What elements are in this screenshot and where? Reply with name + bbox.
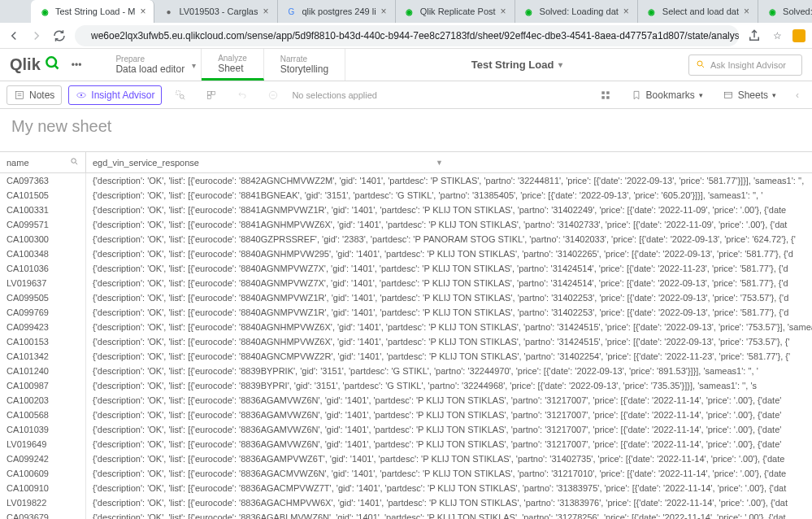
cell-response: {'description': 'OK', 'list': [{'eurocod…: [86, 495, 812, 510]
svg-line-2: [54, 65, 58, 68]
browser-address-bar: we6oe2lqx3ufwb5.eu.qlikcloud.com/sense/a…: [0, 23, 812, 49]
table-row[interactable]: CA093679{'description': 'OK', 'list': [{…: [0, 510, 812, 519]
insight-advisor-button[interactable]: Insight Advisor: [68, 85, 162, 105]
search-icon[interactable]: [70, 157, 79, 168]
table-row[interactable]: CA099423{'description': 'OK', 'list': [{…: [0, 320, 812, 334]
cell-response: {'description': 'OK', 'list': [{'eurocod…: [86, 232, 812, 246]
cell-response: {'description': 'OK', 'list': [{'eurocod…: [86, 261, 812, 276]
table-row[interactable]: CA101342{'description': 'OK', 'list': [{…: [0, 349, 812, 364]
close-icon[interactable]: ×: [140, 6, 145, 17]
bookmarks-button[interactable]: Bookmarks ▾: [624, 86, 710, 104]
svg-rect-10: [176, 90, 180, 94]
cell-response: {'description': 'OK', 'list': [{'eurocod…: [86, 510, 812, 519]
table-row[interactable]: CA099769{'description': 'OK', 'list': [{…: [0, 305, 812, 320]
table-row[interactable]: CA099505{'description': 'OK', 'list': [{…: [0, 290, 812, 305]
more-menu-icon[interactable]: •••: [68, 56, 85, 74]
column-header-response-label: egd_vin_service_response: [93, 158, 199, 168]
url-field[interactable]: we6oe2lqx3ufwb5.eu.qlikcloud.com/sense/a…: [75, 25, 739, 46]
sheets-button[interactable]: Sheets ▾: [716, 86, 783, 104]
table-header: name egd_vin_service_response ▼: [0, 152, 812, 173]
browser-tab[interactable]: ◉Qlik Replicate Post×: [396, 0, 515, 23]
forward-button[interactable]: [29, 28, 44, 43]
cell-name: LV019649: [0, 437, 86, 451]
table-row[interactable]: CA100987{'description': 'OK', 'list': [{…: [0, 378, 812, 393]
svg-point-24: [72, 159, 76, 164]
tab-prepare[interactable]: Prepare Data load editor ▾: [99, 49, 202, 81]
selections-tool-button[interactable]: [199, 86, 224, 104]
column-header-response[interactable]: egd_vin_service_response ▼: [86, 152, 812, 172]
table-row[interactable]: CA101505{'description': 'OK', 'list': [{…: [0, 188, 812, 203]
clear-selections-button[interactable]: [261, 86, 285, 104]
cell-name: CA099769: [0, 305, 86, 320]
table-row[interactable]: LV019637{'description': 'OK', 'list': [{…: [0, 276, 812, 290]
table-row[interactable]: LV019649{'description': 'OK', 'list': [{…: [0, 437, 812, 451]
bookmark-icon: [631, 89, 642, 101]
svg-rect-13: [208, 91, 211, 94]
extension-icon[interactable]: [792, 29, 805, 42]
table-row[interactable]: CA099242{'description': 'OK', 'list': [{…: [0, 451, 812, 466]
qlik-logo[interactable]: Qlik: [10, 55, 60, 76]
table-row[interactable]: CA099571{'description': 'OK', 'list': [{…: [0, 217, 812, 232]
favicon-qlik-icon: ◉: [646, 6, 658, 17]
star-icon[interactable]: ☆: [770, 28, 784, 43]
cell-response: {'description': 'OK', 'list': [{'eurocod…: [86, 305, 812, 320]
tab-analyze[interactable]: Analyze Sheet: [202, 49, 264, 81]
cell-response: {'description': 'OK', 'list': [{'eurocod…: [86, 276, 812, 290]
close-icon[interactable]: ×: [381, 6, 387, 17]
table-row[interactable]: CA097363{'description': 'OK', 'list': [{…: [0, 173, 812, 188]
share-icon[interactable]: [747, 28, 762, 43]
cell-name: CA099242: [0, 451, 86, 466]
table-row[interactable]: CA100331{'description': 'OK', 'list': [{…: [0, 203, 812, 217]
table-row[interactable]: CA101036{'description': 'OK', 'list': [{…: [0, 261, 812, 276]
close-icon[interactable]: ×: [263, 6, 268, 17]
cell-response: {'description': 'OK', 'list': [{'eurocod…: [86, 349, 812, 364]
back-button[interactable]: [7, 28, 21, 43]
table-row[interactable]: CA100609{'description': 'OK', 'list': [{…: [0, 466, 812, 481]
browser-tab[interactable]: ●LV019503 - Carglas×: [154, 0, 277, 23]
insight-label: Insight Advisor: [91, 89, 154, 101]
browser-tab[interactable]: ◉Solved: Loading dat×: [515, 0, 638, 23]
selection-search-icon: [175, 89, 186, 101]
svg-rect-18: [601, 91, 605, 94]
undo-icon: [237, 89, 248, 101]
favicon-google-icon: G: [286, 6, 297, 17]
table-row[interactable]: CA100203{'description': 'OK', 'list': [{…: [0, 393, 812, 408]
cell-name: LV019822: [0, 495, 86, 510]
app-title[interactable]: Test String Load ▾: [345, 59, 688, 71]
svg-rect-5: [15, 91, 23, 98]
table-row[interactable]: CA100568{'description': 'OK', 'list': [{…: [0, 408, 812, 422]
notes-button[interactable]: Notes: [7, 85, 62, 105]
tab-prepare-main: Data load editor: [115, 63, 185, 75]
assets-panel-button[interactable]: [593, 86, 618, 104]
table-row[interactable]: CA101039{'description': 'OK', 'list': [{…: [0, 422, 812, 437]
table-row[interactable]: CA100153{'description': 'OK', 'list': [{…: [0, 334, 812, 349]
browser-tab-strip: ◉Test String Load - M×●LV019503 - Cargla…: [0, 0, 812, 23]
close-icon[interactable]: ×: [623, 6, 629, 17]
close-icon[interactable]: ×: [744, 6, 749, 17]
table-row[interactable]: CA100910{'description': 'OK', 'list': [{…: [0, 481, 812, 495]
table-row[interactable]: LV019822{'description': 'OK', 'list': [{…: [0, 495, 812, 510]
cell-response: {'description': 'OK', 'list': [{'eurocod…: [86, 422, 812, 437]
notes-label: Notes: [29, 89, 54, 101]
close-icon[interactable]: ×: [501, 6, 506, 17]
browser-tab[interactable]: ◉Solved: Count Cha×: [758, 0, 812, 23]
table-row[interactable]: CA101240{'description': 'OK', 'list': [{…: [0, 364, 812, 378]
cell-response: {'description': 'OK', 'list': [{'eurocod…: [86, 466, 812, 481]
step-back-button[interactable]: [230, 86, 254, 104]
notes-icon: [14, 89, 25, 101]
smart-search-button[interactable]: [168, 86, 193, 104]
tab-title: qlik postgres 249 li: [302, 7, 376, 16]
browser-tab[interactable]: Gqlik postgres 249 li×: [278, 0, 396, 23]
ask-insight-input[interactable]: Ask Insight Advisor: [688, 55, 802, 76]
chevron-left-icon: ‹: [796, 89, 799, 101]
cell-response: {'description': 'OK', 'list': [{'eurocod…: [86, 290, 812, 305]
cell-name: CA100910: [0, 481, 86, 495]
browser-tab[interactable]: ◉Select and load dat×: [638, 0, 758, 23]
column-header-name[interactable]: name: [0, 152, 86, 172]
browser-tab[interactable]: ◉Test String Load - M×: [31, 0, 154, 23]
table-row[interactable]: CA100300{'description': 'OK', 'list': [{…: [0, 232, 812, 246]
reload-button[interactable]: [52, 28, 67, 43]
table-row[interactable]: CA100348{'description': 'OK', 'list': [{…: [0, 246, 812, 261]
prev-sheet-button[interactable]: ‹: [789, 86, 805, 104]
tab-narrate[interactable]: Narrate Storytelling: [264, 49, 345, 81]
